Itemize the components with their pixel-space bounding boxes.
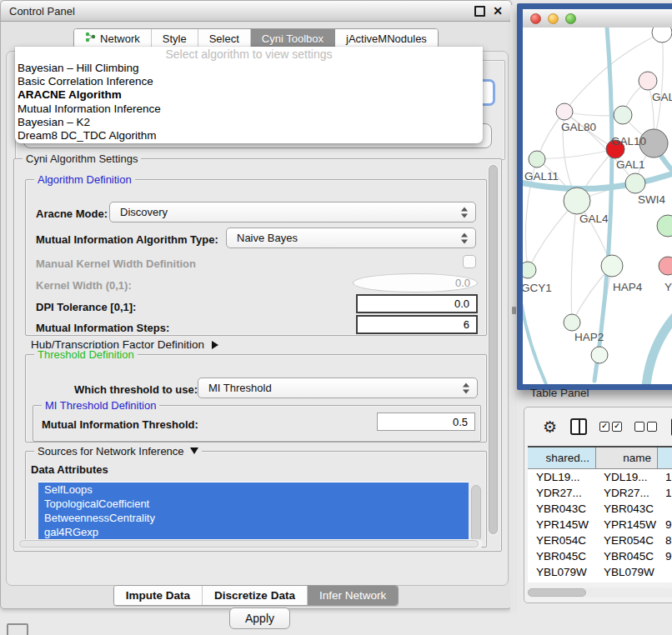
table-row[interactable]: YBR045CYBR045C9. xyxy=(528,548,672,564)
attribute-list-scrollbar[interactable] xyxy=(471,485,481,542)
network-node-ntop[interactable] xyxy=(652,28,672,42)
network-node-gcy1[interactable] xyxy=(523,262,536,278)
control-panel-titlebar: Control Panel ✕ xyxy=(1,1,511,22)
mac-minimize-button[interactable] xyxy=(548,13,559,24)
network-edge xyxy=(646,299,672,384)
column-header[interactable]: shared... xyxy=(528,448,596,468)
mi-threshold-group: MI Threshold Definition Mutual Informati… xyxy=(33,405,481,442)
network-node-gal80[interactable] xyxy=(556,103,573,120)
settings-vertical-scrollbar[interactable] xyxy=(488,163,499,536)
manual-kernel-checkbox[interactable] xyxy=(463,255,476,268)
data-attribute-item[interactable]: gal4RGexp xyxy=(38,525,469,539)
which-threshold-combobox[interactable]: MI Threshold xyxy=(198,378,478,398)
mi-steps-label: Mutual Information Steps: xyxy=(36,322,169,334)
data-attribute-item[interactable]: TopologicalCoefficient xyxy=(38,497,469,511)
algorithm-option[interactable]: Dream8 DC_TDC Algorithm xyxy=(15,129,483,142)
dpi-tolerance-field[interactable] xyxy=(356,294,478,313)
table-row[interactable]: YER054CYER054C8. xyxy=(528,532,672,548)
network-node-hap4[interactable] xyxy=(601,255,623,277)
mi-threshold-field[interactable] xyxy=(377,412,475,431)
table-horizontal-scrollbar[interactable] xyxy=(527,588,672,598)
table-cell: YBR043C xyxy=(596,502,658,515)
tab-jactivemnodules[interactable]: jActiveMNodules xyxy=(335,29,438,48)
network-node-gal7[interactable] xyxy=(639,72,657,90)
data-attribute-item[interactable]: SelfLoops xyxy=(38,482,469,497)
network-icon xyxy=(85,32,96,45)
apply-button[interactable]: Apply xyxy=(229,608,290,629)
tab-cyni-toolbox[interactable]: Cyni Toolbox xyxy=(251,29,335,48)
close-icon[interactable]: ✕ xyxy=(493,5,503,17)
cyni-settings-legend: Cyni Algorithm Settings xyxy=(23,152,141,165)
tab-label: jActiveMNodules xyxy=(346,32,427,45)
float-window-icon[interactable] xyxy=(474,6,485,17)
deselect-all-rows-icon[interactable] xyxy=(634,422,657,432)
table-row[interactable]: YPR145WYPR145W9. xyxy=(528,517,672,532)
network-node-gal10[interactable] xyxy=(614,106,632,124)
tab-network[interactable]: Network xyxy=(74,29,152,48)
network-canvas[interactable]: GALGAL80GAL10GAL1GAL11SWI4GAL4GCY1HAP4YH… xyxy=(523,28,672,384)
grid-handle-icon[interactable] xyxy=(7,623,28,635)
tab-bar: NetworkStyleSelectCyni ToolboxjActiveMNo… xyxy=(1,28,511,48)
tab-style[interactable]: Style xyxy=(152,29,198,48)
table-header-row: shared...name xyxy=(528,448,672,469)
column-header[interactable] xyxy=(658,448,672,468)
mi-algorithm-type-combobox[interactable]: Naive Bayes xyxy=(226,228,476,248)
network-node-ngreen[interactable] xyxy=(657,215,672,237)
sources-legend[interactable]: Sources for Network Inference xyxy=(34,445,202,458)
table-row[interactable]: YBL079WYBL079W xyxy=(528,564,672,580)
table-cell: YBL079W xyxy=(596,566,658,578)
network-node-gal11[interactable] xyxy=(529,151,545,168)
tab-impute-data[interactable]: Impute Data xyxy=(114,586,203,605)
select-all-rows-icon[interactable]: ✓ ✓ xyxy=(599,422,622,432)
algorithm-definition-legend: Algorithm Definition xyxy=(34,173,135,186)
network-node-nbot[interactable] xyxy=(591,347,608,363)
node-label: GAL xyxy=(652,91,672,103)
aracne-mode-combobox[interactable]: Discovery xyxy=(109,202,476,222)
kernel-width-field[interactable] xyxy=(353,273,478,292)
network-edge xyxy=(571,201,577,322)
aracne-mode-value: Discovery xyxy=(120,206,168,218)
network-node-npink[interactable] xyxy=(659,257,672,275)
table-cell: YER054C xyxy=(596,534,658,547)
network-view-window: GALGAL80GAL10GAL1GAL11SWI4GAL4GCY1HAP4YH… xyxy=(517,3,672,390)
mi-steps-field[interactable] xyxy=(356,315,478,334)
algorithm-option[interactable]: Mutual Information Inference xyxy=(15,102,483,116)
table-cell: YER054C xyxy=(528,534,596,547)
table-row[interactable]: YDL19...YDL19...13 xyxy=(528,469,672,485)
divider-grip-icon[interactable] xyxy=(512,307,516,314)
tab-select[interactable]: Select xyxy=(198,29,251,48)
tab-label: Cyni Toolbox xyxy=(262,32,323,45)
combo-spinner-icon xyxy=(463,382,470,393)
table-row[interactable]: YDR27...YDR27...12 xyxy=(528,485,672,501)
table-cell: YLR345W xyxy=(528,582,596,582)
table-cell: YDL19... xyxy=(596,471,658,483)
data-attribute-item[interactable]: BetweennessCentrality xyxy=(38,511,469,525)
algorithm-option[interactable]: Bayesian – Hill Climbing xyxy=(15,62,483,75)
threshold-definition-group: Threshold Definition Which threshold to … xyxy=(25,354,487,442)
tab-infer-network[interactable]: Infer Network xyxy=(308,586,398,605)
tab-discretize-data[interactable]: Discretize Data xyxy=(203,586,308,605)
table-cell: 13 xyxy=(658,471,672,483)
column-view-icon[interactable] xyxy=(570,418,587,435)
algorithm-option[interactable]: Basic Correlation Inference xyxy=(15,75,483,88)
algorithm-option[interactable]: ARACNE Algorithm xyxy=(15,88,483,102)
manual-kernel-label: Manual Kernel Width Definition xyxy=(36,258,196,270)
column-header[interactable]: name xyxy=(596,448,658,468)
mac-close-button[interactable] xyxy=(530,13,541,24)
algorithm-option[interactable]: Bayesian – K2 xyxy=(15,116,483,129)
network-node-hap2[interactable] xyxy=(564,314,580,331)
network-node-gal4[interactable] xyxy=(564,188,590,214)
dpi-tolerance-label: DPI Tolerance [0,1]: xyxy=(36,301,136,313)
tab-label: Style xyxy=(163,32,187,45)
unchecked-checkbox-icon xyxy=(634,422,644,432)
network-node-swi4[interactable] xyxy=(625,173,645,193)
table-row[interactable]: YBR043CYBR043C xyxy=(528,501,672,517)
table-cell: YBR043C xyxy=(528,502,596,515)
algorithm-definition-group: Algorithm Definition Aracne Mode: Discov… xyxy=(25,179,487,336)
gear-icon[interactable]: ⚙ xyxy=(543,419,557,435)
data-attributes-label: Data Attributes xyxy=(31,463,108,476)
table-row[interactable]: YLR345WYLR345W9. xyxy=(528,580,672,582)
mac-zoom-button[interactable] xyxy=(565,13,576,24)
settings-horizontal-scrollbar[interactable] xyxy=(18,539,483,548)
table-cell: YDL19... xyxy=(528,471,596,483)
